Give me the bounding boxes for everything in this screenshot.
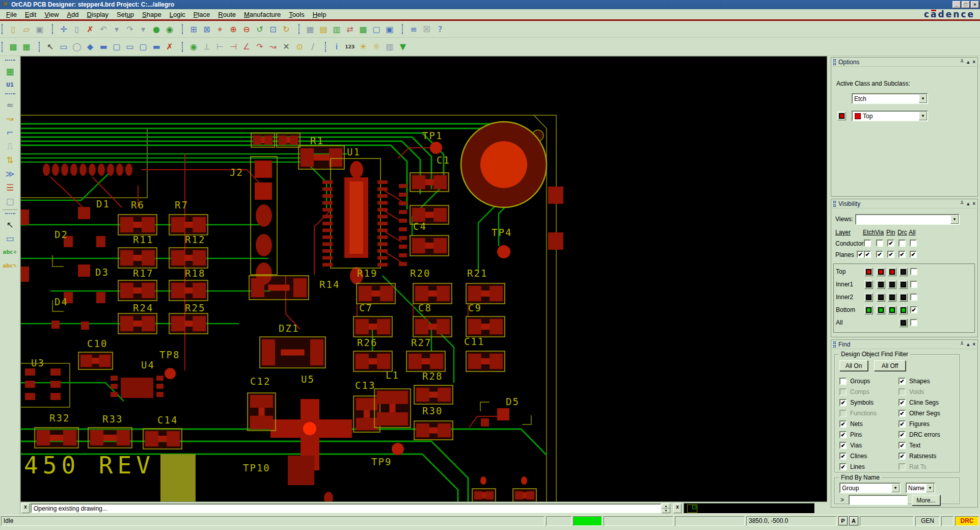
menu-place[interactable]: Place [189, 10, 214, 19]
find-filter-pins[interactable]: ✔Pins [839, 431, 862, 438]
class-dropdown[interactable]: Etch ▼ [852, 93, 928, 104]
toolbar-drag-handle[interactable] [5, 213, 15, 216]
layer-color-swatch[interactable] [899, 280, 908, 289]
toolbar-drag-handle[interactable] [2, 24, 4, 34]
menu-route[interactable]: Route [214, 10, 240, 19]
column-header-via[interactable]: Via [875, 229, 884, 236]
place-component-icon[interactable]: U1 [3, 78, 17, 92]
toolbar-drag-handle[interactable] [402, 24, 404, 34]
find-filter-nets[interactable]: ✔Nets [839, 420, 863, 428]
menu-help[interactable]: Help [309, 10, 331, 19]
drc-indicator[interactable]: DRC [955, 516, 979, 526]
count-icon[interactable]: 123 [343, 40, 357, 53]
open-folder-icon[interactable]: ▱ [20, 23, 33, 36]
checkbox[interactable]: ✔ [899, 453, 906, 460]
chevron-down-icon[interactable]: ▼ [950, 215, 959, 224]
info-icon[interactable]: i [330, 40, 343, 53]
dim-v-icon[interactable]: ⊣ [227, 40, 240, 53]
toolbar-drag-handle[interactable] [39, 42, 41, 52]
layer-color-swatch[interactable] [864, 280, 873, 289]
column-header-all[interactable]: All [909, 229, 915, 236]
checkbox[interactable] [876, 240, 883, 247]
chevron-down-icon[interactable]: ▼ [926, 484, 934, 492]
window-icon[interactable]: ▭ [3, 231, 17, 245]
menu-shape[interactable]: Shape [138, 10, 166, 19]
pin-icon[interactable]: ╨ [960, 201, 964, 206]
toolbar-drag-handle[interactable] [5, 60, 15, 63]
checkbox[interactable]: ✔ [899, 251, 906, 258]
find-filter-cline-segs[interactable]: ✔Cline Segs [899, 399, 939, 406]
redraw-icon[interactable]: ↻ [280, 23, 293, 36]
checkbox[interactable]: ✔ [899, 410, 906, 417]
frame-tool-icon[interactable]: ▢ [110, 40, 123, 53]
design-canvas[interactable]: TP1R1U1C1J2D1R6R7D2R11R12C4TP4D3R17R18R1… [20, 56, 827, 502]
select-icon[interactable]: ↖ [44, 40, 57, 53]
subclass-dropdown[interactable]: Top ▼ [852, 111, 928, 121]
new-file-icon[interactable]: ▯ [7, 23, 20, 36]
toolbar-drag-handle[interactable] [182, 42, 184, 52]
ruler-icon[interactable]: ⊥ [200, 40, 213, 53]
find-mode-dropdown[interactable]: Name ▼ [906, 483, 935, 493]
shape-edit-icon[interactable]: ▢ [3, 194, 17, 208]
move-icon[interactable]: ✛ [57, 23, 70, 36]
menu-setup[interactable]: Setup [113, 10, 138, 19]
find-filter-drc-errors[interactable]: ✔DRC errors [899, 431, 940, 438]
checkbox[interactable]: ✔ [887, 240, 894, 247]
layer-color-swatch[interactable] [864, 268, 873, 276]
shape-tool-icon[interactable]: ▬ [150, 40, 163, 53]
checkbox[interactable] [910, 281, 917, 288]
fanout-icon[interactable]: ≫ [3, 167, 17, 180]
checkbox[interactable]: ✔ [876, 251, 883, 258]
worldview-close-button[interactable]: x [673, 503, 682, 513]
toolbar-drag-handle[interactable] [5, 93, 15, 96]
column-header-etch[interactable]: Etch [863, 229, 875, 236]
swap-pins-icon[interactable]: ⇅ [3, 153, 17, 167]
add-route-icon[interactable]: ≈ [3, 98, 17, 112]
column-header-drc[interactable]: Drc [897, 229, 907, 236]
color192-icon[interactable]: ▩ [357, 23, 370, 36]
panel-drag-handle[interactable] [833, 341, 836, 348]
redo-icon[interactable]: ↷ [123, 23, 137, 36]
layer-color-swatch[interactable] [899, 319, 908, 327]
flip-design-icon[interactable]: ⇄ [343, 23, 357, 36]
checkbox[interactable]: ✔ [839, 399, 847, 406]
arc-icon[interactable]: ↷ [253, 40, 266, 53]
visibility-panel-titlebar[interactable]: Visibility ╨ ▴ × [831, 199, 977, 208]
column-header-pin[interactable]: Pin [886, 229, 895, 236]
line-lock-icon[interactable]: ▭ [57, 40, 70, 53]
rect-tool-icon[interactable]: ▬ [97, 40, 110, 53]
collapse-icon[interactable]: ▴ [967, 341, 969, 347]
find-name-input[interactable] [849, 495, 908, 505]
checkbox[interactable]: ✔ [899, 399, 906, 406]
find-filter-other-segs[interactable]: ✔Other Segs [899, 410, 940, 417]
checkbox[interactable] [899, 240, 906, 247]
add-text-icon[interactable]: abc+ [3, 245, 17, 259]
custom-smooth-icon[interactable]: ⎍ [3, 139, 17, 153]
layer-color-swatch[interactable] [864, 306, 873, 314]
command-close-button[interactable]: x [21, 503, 30, 513]
checkbox[interactable] [910, 294, 917, 301]
all-on-button[interactable]: All On [839, 360, 868, 371]
find-filter-text[interactable]: ✔Text [899, 442, 920, 449]
curve-icon[interactable]: ↝ [266, 40, 280, 53]
views-dropdown[interactable]: ▼ [855, 214, 960, 225]
fix-icon[interactable]: ● [150, 23, 163, 36]
menu-tools[interactable]: Tools [285, 10, 308, 19]
delay-tune-icon[interactable]: ⌐ [3, 125, 17, 139]
layer-color-swatch[interactable] [888, 306, 896, 314]
edit-text-icon[interactable]: abc✎ [3, 259, 17, 273]
board-color-icon[interactable]: ▩ [7, 40, 20, 53]
command-scroll-spinner[interactable]: ▲ ▼ [662, 503, 670, 513]
grid-toggle-icon[interactable]: ▦ [304, 23, 317, 36]
find-panel-titlebar[interactable]: Find ╨ ▴ × [831, 340, 977, 349]
arrow-tool-icon[interactable]: ◆ [84, 40, 97, 53]
p-button[interactable]: P [838, 516, 848, 525]
checkbox[interactable]: ✔ [839, 420, 847, 428]
checkbox[interactable]: ✔ [910, 306, 917, 313]
zoom-out-icon[interactable]: ⊖ [240, 23, 253, 36]
cancel-icon[interactable]: ✗ [163, 40, 176, 53]
void-tool-icon[interactable]: ▢ [137, 40, 150, 53]
highlight-icon[interactable]: ☀ [357, 40, 370, 53]
checkbox[interactable]: ✔ [887, 251, 894, 258]
collapse-icon[interactable]: ▴ [967, 59, 969, 65]
